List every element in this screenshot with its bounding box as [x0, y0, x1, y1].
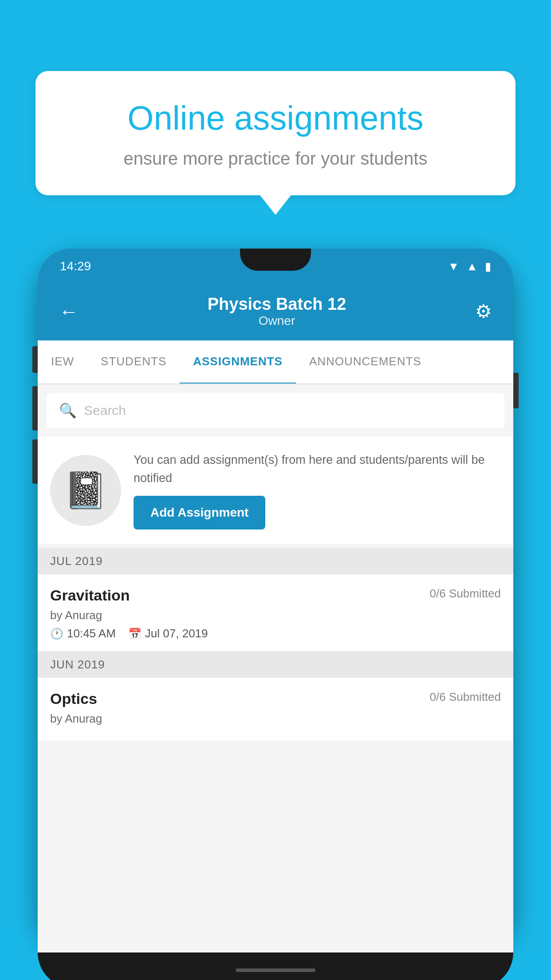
assignment-promo: 📓 You can add assignment(s) from here an… — [38, 437, 513, 544]
phone-content: 🔍 Search 📓 You can add assignment(s) fro… — [38, 384, 513, 952]
section-jun-2019: JUN 2019 — [38, 652, 513, 678]
tab-announcements[interactable]: ANNOUNCEMENTS — [296, 340, 435, 384]
search-bar[interactable]: 🔍 Search — [47, 393, 504, 428]
promo-text: You can add assignment(s) from here and … — [134, 451, 501, 487]
notebook-icon: 📓 — [63, 470, 108, 511]
promo-right: You can add assignment(s) from here and … — [134, 451, 501, 530]
assignment-time: 10:45 AM — [67, 627, 116, 640]
promo-icon-circle: 📓 — [50, 455, 121, 526]
assignment-submitted: 0/6 Submitted — [430, 587, 501, 601]
bubble-subtitle: ensure more practice for your students — [71, 149, 480, 169]
status-bar: 14:29 ▼ ▲ ▮ — [38, 249, 513, 284]
assignment-name: Gravitation — [50, 587, 130, 604]
battery-icon: ▮ — [485, 260, 491, 273]
clock-icon: 🕐 — [50, 628, 63, 640]
add-assignment-button[interactable]: Add Assignment — [134, 496, 265, 530]
phone-container: 14:29 ▼ ▲ ▮ ← Physics Batch 12 Owner ⚙ I… — [38, 249, 513, 980]
section-jul-2019: JUL 2019 — [38, 548, 513, 574]
meta-time: 🕐 10:45 AM — [50, 627, 116, 640]
tab-assignments[interactable]: ASSIGNMENTS — [180, 340, 296, 384]
volume-up-button — [32, 346, 38, 373]
wifi-icon: ▼ — [448, 260, 460, 273]
home-indicator — [236, 968, 315, 972]
back-button[interactable]: ← — [59, 300, 79, 323]
header-title-group: Physics Batch 12 Owner — [208, 295, 346, 328]
meta-date: 📅 Jul 07, 2019 — [128, 627, 208, 640]
status-time: 14:29 — [60, 259, 91, 273]
silent-button — [32, 439, 38, 484]
calendar-icon: 📅 — [128, 628, 142, 640]
signal-icon: ▲ — [466, 260, 478, 273]
phone-device: 14:29 ▼ ▲ ▮ ← Physics Batch 12 Owner ⚙ I… — [38, 249, 513, 941]
tab-iew[interactable]: IEW — [38, 340, 87, 384]
assignment-item-gravitation[interactable]: Gravitation 0/6 Submitted by Anurag 🕐 10… — [38, 574, 513, 652]
assignment-by-optics: by Anurag — [50, 712, 501, 726]
power-button — [513, 373, 519, 408]
header-title: Physics Batch 12 — [208, 295, 346, 314]
volume-down-button — [32, 386, 38, 431]
search-placeholder: Search — [84, 403, 126, 418]
search-icon: 🔍 — [59, 402, 77, 419]
assignment-name-optics: Optics — [50, 690, 97, 707]
assignment-date: Jul 07, 2019 — [145, 627, 208, 640]
speech-bubble: Online assignments ensure more practice … — [35, 71, 516, 195]
app-header: ← Physics Batch 12 Owner ⚙ — [38, 284, 513, 340]
tabs-bar: IEW STUDENTS ASSIGNMENTS ANNOUNCEMENTS — [38, 340, 513, 384]
settings-icon[interactable]: ⚙ — [475, 300, 492, 322]
status-icons: ▼ ▲ ▮ — [448, 260, 491, 273]
phone-bottom — [38, 952, 513, 980]
assignment-by: by Anurag — [50, 609, 501, 622]
assignment-item-header-optics: Optics 0/6 Submitted — [50, 690, 501, 707]
assignment-submitted-optics: 0/6 Submitted — [430, 690, 501, 704]
assignment-meta: 🕐 10:45 AM 📅 Jul 07, 2019 — [50, 627, 501, 640]
speech-bubble-container: Online assignments ensure more practice … — [35, 71, 516, 195]
bubble-title: Online assignments — [71, 98, 480, 138]
assignment-item-optics[interactable]: Optics 0/6 Submitted by Anurag — [38, 678, 513, 741]
header-subtitle: Owner — [208, 314, 346, 328]
tab-students[interactable]: STUDENTS — [87, 340, 180, 384]
assignment-item-header: Gravitation 0/6 Submitted — [50, 587, 501, 604]
